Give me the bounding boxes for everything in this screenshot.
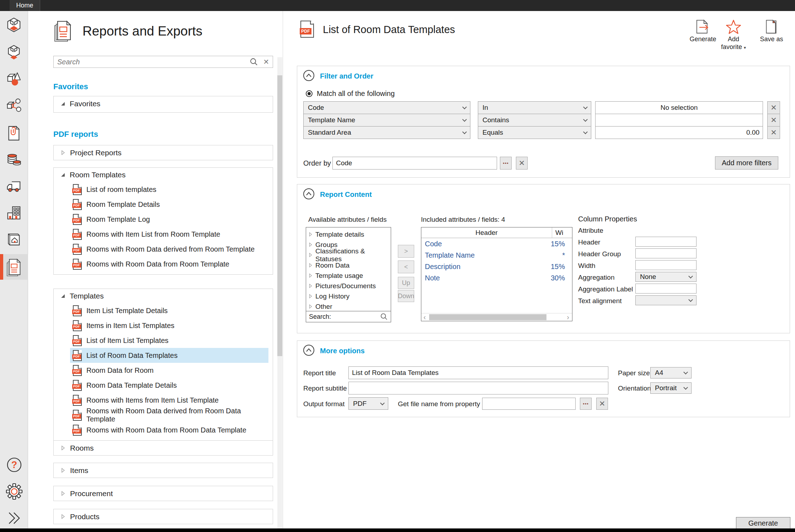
collapse-section-icon[interactable] (303, 188, 315, 200)
add-favorite-button[interactable]: Add favorite ▾ (715, 20, 752, 51)
aggregation-select[interactable]: None (635, 272, 697, 282)
filter-value-picker[interactable]: No selection (595, 101, 763, 114)
sidebar-item-attachments[interactable] (6, 125, 22, 141)
filter-attribute-select[interactable]: Code (303, 101, 470, 114)
report-item[interactable]: PDF Rooms with Room Data from Room Templ… (70, 257, 268, 272)
report-item[interactable]: PDF Room Template Log (70, 212, 268, 227)
group-header-templates[interactable]: Templates (54, 289, 273, 303)
table-row[interactable]: Template Name * (421, 249, 572, 261)
filter-attribute-select[interactable]: Template Name (303, 114, 470, 127)
available-field-category[interactable]: Classifications & Statuses (306, 250, 391, 260)
sidebar-item-room-function[interactable] (6, 44, 22, 60)
table-header-row[interactable]: Header Wi (421, 227, 572, 238)
sidebar-item-catalog[interactable] (6, 231, 22, 248)
available-field-category[interactable]: Pictures/Documents (306, 281, 391, 291)
radio-selected-icon[interactable] (306, 90, 313, 97)
report-item[interactable]: PDF List of room templates (70, 182, 268, 197)
report-item[interactable]: PDF Items in Item List Templates (70, 318, 268, 333)
group-header-favorites[interactable]: Favorites (54, 96, 273, 111)
horizontal-scrollbar[interactable]: ‹ › (421, 313, 572, 321)
report-item-selected[interactable]: PDF List of Room Data Templates (70, 348, 268, 363)
column-separator[interactable] (552, 227, 552, 238)
text-alignment-select[interactable] (635, 295, 697, 305)
sidebar-item-procurement[interactable] (6, 178, 22, 194)
group-header-items[interactable]: Items (54, 463, 273, 478)
group-header-rooms[interactable]: Rooms (54, 441, 273, 455)
sidebar-item-buildings[interactable] (6, 205, 22, 221)
report-item[interactable]: PDF Room Data for Room (70, 363, 268, 378)
collapse-section-icon[interactable] (303, 344, 315, 356)
remove-filter-icon[interactable]: ✕ (767, 101, 780, 114)
expand-rail-button[interactable] (6, 510, 22, 526)
report-item[interactable]: PDF Rooms with Room Data from Room Data … (70, 423, 268, 437)
output-format-select[interactable]: PDF (348, 397, 388, 410)
scrollbar-thumb[interactable] (277, 75, 282, 356)
clear-order-by-icon[interactable]: ✕ (516, 157, 528, 170)
sidebar-item-rooms[interactable] (6, 17, 22, 33)
tab-home[interactable]: Home (10, 0, 40, 11)
clear-search-icon[interactable]: ✕ (263, 58, 269, 66)
report-item[interactable]: PDF Rooms with Room Data derived from Ro… (70, 408, 268, 423)
table-row[interactable]: Note 30% (421, 272, 572, 284)
report-subtitle-input[interactable] (348, 382, 608, 394)
save-as-button[interactable]: Save as (753, 20, 790, 43)
available-field-category[interactable]: Template usage (306, 270, 391, 281)
header-group-input[interactable] (635, 248, 697, 258)
help-button[interactable]: ? (6, 456, 22, 473)
add-more-filters-button[interactable]: Add more filters (715, 156, 778, 170)
orientation-select[interactable]: Portrait (650, 382, 692, 394)
report-item[interactable]: PDF Rooms with Items from Item List Temp… (70, 393, 268, 408)
scroll-left-icon[interactable]: ‹ (423, 313, 426, 321)
sidebar-item-item-groups[interactable] (6, 97, 22, 114)
order-by-browse-icon[interactable]: ••• (500, 157, 512, 170)
available-field-category[interactable]: Template details (306, 229, 391, 240)
available-field-category[interactable]: Other (306, 301, 391, 312)
group-header-products[interactable]: Products (54, 509, 273, 524)
paper-size-select[interactable]: A4 (650, 367, 692, 378)
filter-attribute-select[interactable]: Standard Area (303, 126, 470, 139)
sidebar-item-finance[interactable] (6, 151, 22, 168)
table-row[interactable]: Code 15% (421, 238, 572, 249)
report-item[interactable]: PDF Room Data Template Details (70, 378, 268, 393)
report-item[interactable]: PDF Rooms with Room Data derived from Ro… (70, 242, 268, 257)
file-property-browse-icon[interactable]: ••• (580, 398, 592, 410)
report-item[interactable]: PDF Room Template Details (70, 197, 268, 212)
add-field-button[interactable]: > (398, 245, 414, 258)
report-title-input[interactable] (348, 366, 608, 379)
filter-value-input[interactable] (595, 126, 763, 139)
width-input[interactable] (635, 260, 697, 270)
remove-filter-icon[interactable]: ✕ (767, 126, 780, 139)
search-input[interactable] (57, 58, 250, 66)
order-by-input[interactable] (332, 157, 497, 170)
sidebar-item-items[interactable] (6, 71, 22, 87)
group-header-procurement[interactable]: Procurement (54, 486, 273, 501)
report-item[interactable]: PDF List of Item List Templates (70, 333, 268, 348)
move-up-button[interactable]: Up (398, 277, 414, 289)
filter-operator-select[interactable]: In (478, 101, 591, 114)
remove-filter-icon[interactable]: ✕ (767, 114, 780, 127)
filter-value-input[interactable] (595, 114, 763, 127)
match-all-radio-row[interactable]: Match all of the following (306, 90, 395, 98)
filter-operator-select[interactable]: Contains (478, 114, 591, 127)
scroll-right-icon[interactable]: › (567, 313, 569, 321)
file-name-property-input[interactable] (482, 398, 576, 410)
collapse-section-icon[interactable] (303, 70, 315, 81)
search-icon[interactable] (250, 58, 258, 66)
report-item[interactable]: PDF Rooms with Item List from Room Templ… (70, 227, 268, 242)
group-header-room-templates[interactable]: Room Templates (54, 168, 273, 182)
settings-button[interactable] (6, 483, 22, 499)
scrollbar-thumb[interactable] (429, 314, 546, 320)
left-panel-scrollbar[interactable] (277, 57, 282, 528)
move-down-button[interactable]: Down (398, 290, 414, 302)
header-input[interactable] (635, 237, 697, 247)
sidebar-item-reports[interactable] (6, 259, 22, 275)
generate-button[interactable]: Generate (736, 517, 790, 530)
available-field-category[interactable]: Log History (306, 291, 391, 301)
filter-operator-select[interactable]: Equals (478, 126, 591, 139)
table-row[interactable]: Description 15% (421, 261, 572, 272)
aggregation-label-input[interactable] (635, 284, 697, 294)
report-item[interactable]: PDF Item List Template Details (70, 303, 268, 318)
clear-file-property-icon[interactable]: ✕ (596, 398, 608, 410)
group-header-project-reports[interactable]: Project Reports (54, 145, 273, 160)
remove-field-button[interactable]: < (398, 260, 414, 273)
